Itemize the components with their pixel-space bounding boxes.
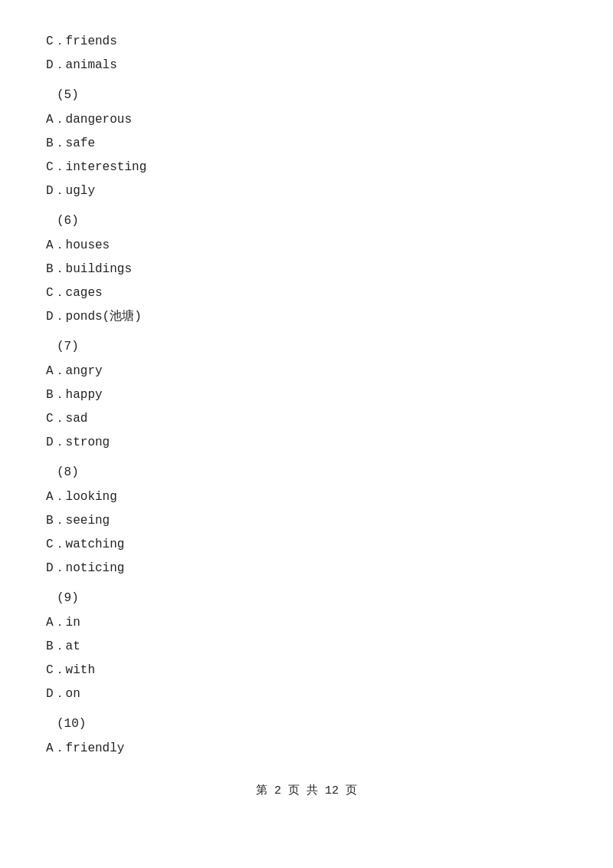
page-number-text: 第 2 页 共 12 页 (256, 784, 357, 797)
option-letter: C． (46, 663, 66, 677)
option-text: friendly (66, 741, 125, 755)
option-text: interesting (66, 160, 147, 174)
option-d-ugly: D．ugly (46, 180, 567, 202)
option-letter: D． (46, 310, 66, 324)
option-text: seeing (66, 514, 110, 528)
option-a-houses: A．houses (46, 235, 567, 257)
option-text: with (66, 663, 95, 677)
option-letter: B． (46, 262, 66, 276)
option-b-happy: B．happy (46, 384, 567, 406)
option-text: noticing (66, 561, 125, 575)
page-footer: 第 2 页 共 12 页 (46, 783, 567, 797)
option-text: looking (66, 490, 117, 504)
option-letter: D． (46, 687, 66, 701)
option-d-on: D．on (46, 683, 567, 705)
option-a-dangerous: A．dangerous (46, 109, 567, 131)
option-text: in (66, 616, 80, 630)
option-text: on (66, 687, 80, 701)
option-letter: D． (46, 184, 66, 198)
content-area: C．friends D．animals (5) A．dangerous B．sa… (46, 31, 567, 797)
number-label: (10) (57, 717, 86, 731)
option-c-sad: C．sad (46, 408, 567, 430)
option-c-friends: C．friends (46, 31, 567, 53)
option-b-at: B．at (46, 636, 567, 658)
question-number-5: (5) (46, 84, 567, 107)
option-text: animals (66, 58, 117, 72)
option-letter: C． (46, 538, 66, 551)
option-text: at (66, 639, 80, 653)
option-c-with: C．with (46, 659, 567, 682)
number-label: (8) (57, 465, 79, 479)
option-letter: A． (46, 113, 66, 127)
option-text: watching (66, 538, 125, 551)
number-label: (7) (57, 340, 79, 353)
option-text: buildings (66, 262, 132, 276)
question-number-9: (9) (46, 587, 567, 610)
option-letter: A． (46, 364, 66, 378)
option-letter: D． (46, 436, 66, 449)
option-letter: C． (46, 35, 66, 48)
option-text: houses (66, 238, 110, 252)
option-text: ponds(池塘) (66, 310, 142, 324)
option-text: cages (66, 286, 103, 300)
question-number-10: (10) (46, 713, 567, 735)
option-c-interesting: C．interesting (46, 156, 567, 179)
option-letter: B． (46, 136, 66, 150)
option-letter: A． (46, 238, 66, 252)
option-text: strong (66, 436, 110, 449)
number-label: (9) (57, 591, 79, 605)
option-d-noticing: D．noticing (46, 557, 567, 580)
option-a-angry: A．angry (46, 360, 567, 383)
option-letter: D． (46, 58, 66, 72)
option-text: safe (66, 136, 95, 150)
option-letter: A． (46, 616, 66, 630)
option-text: angry (66, 364, 103, 378)
option-text: friends (66, 35, 117, 48)
option-text: happy (66, 388, 103, 402)
number-label: (6) (57, 214, 79, 228)
option-a-in: A．in (46, 612, 567, 634)
option-letter: C． (46, 286, 66, 300)
option-a-looking: A．looking (46, 486, 567, 508)
option-text: ugly (66, 184, 95, 198)
option-b-buildings: B．buildings (46, 258, 567, 281)
option-letter: A． (46, 741, 66, 755)
option-letter: B． (46, 639, 66, 653)
option-letter: A． (46, 490, 66, 504)
option-b-safe: B．safe (46, 133, 567, 155)
option-c-cages: C．cages (46, 282, 567, 304)
option-letter: D． (46, 561, 66, 575)
question-number-7: (7) (46, 336, 567, 358)
question-number-8: (8) (46, 462, 567, 484)
question-number-6: (6) (46, 210, 567, 232)
number-label: (5) (57, 88, 79, 102)
option-a-friendly: A．friendly (46, 738, 567, 760)
option-text: dangerous (66, 113, 132, 127)
option-letter: C． (46, 160, 66, 174)
option-c-watching: C．watching (46, 534, 567, 556)
option-letter: B． (46, 514, 66, 528)
option-d-strong: D．strong (46, 432, 567, 454)
option-letter: B． (46, 388, 66, 402)
option-b-seeing: B．seeing (46, 510, 567, 532)
option-d-ponds: D．ponds(池塘) (46, 306, 567, 328)
option-letter: C． (46, 412, 66, 426)
option-d-animals: D．animals (46, 54, 567, 77)
option-text: sad (66, 412, 88, 426)
